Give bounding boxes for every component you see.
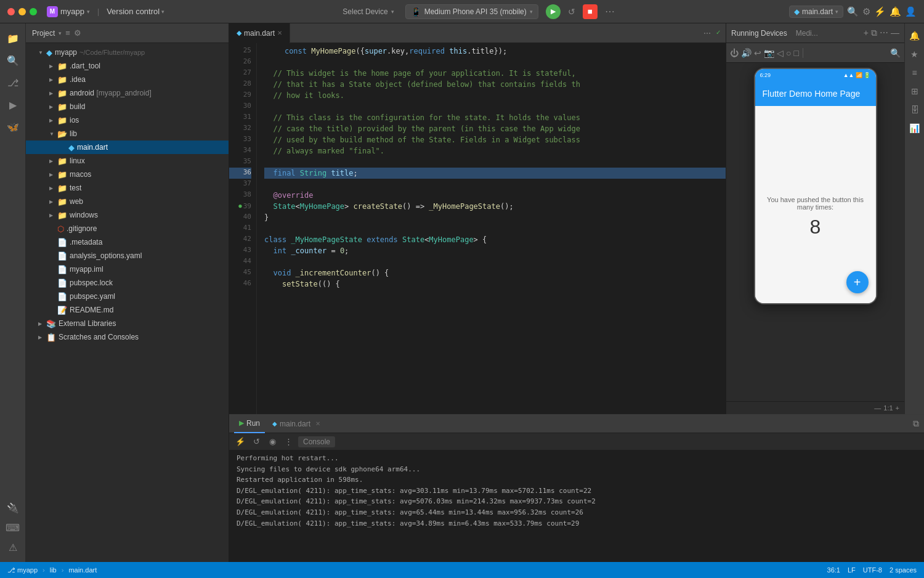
device-selector-button[interactable]: 📱 Medium Phone API 35 (mobile) ▾	[405, 4, 538, 19]
more-actions-btn[interactable]: ⋮	[282, 436, 294, 448]
status-encoding[interactable]: UTF-8	[863, 566, 882, 574]
main-dart-tab-label: main.dart	[280, 420, 310, 428]
tree-item-idea[interactable]: ▶ 📁 .idea	[26, 73, 229, 86]
macos-folder-icon: 📁	[57, 170, 67, 179]
status-position[interactable]: 36:1	[827, 566, 840, 574]
more-icon[interactable]: ⋯	[605, 6, 615, 17]
tree-item-root[interactable]: ▼ ◆ myapp ~/Code/Flutter/myapp	[26, 46, 229, 59]
scale-zoom-in-icon[interactable]: +	[896, 404, 899, 412]
bell-icon[interactable]: 🔔	[890, 6, 901, 17]
stop-button[interactable]: ■	[583, 4, 598, 19]
flutter-outline-btn[interactable]: ◉	[266, 436, 278, 448]
right-panel-more-icon[interactable]: ⋯	[880, 28, 888, 38]
tree-item-metadata[interactable]: 📄 .metadata	[26, 235, 229, 249]
hierarchy-icon[interactable]: ⊞	[907, 84, 922, 99]
editor-tab-main-dart[interactable]: ◆ main.dart ✕	[229, 23, 290, 43]
tree-item-ios[interactable]: ▶ 📁 ios	[26, 113, 229, 127]
tree-item-windows[interactable]: ▶ 📁 windows	[26, 208, 229, 222]
right-panel-minimize-icon[interactable]: —	[891, 28, 899, 38]
add-device-icon[interactable]: +	[864, 28, 869, 38]
settings-icon[interactable]: ⚙	[862, 6, 870, 17]
tree-item-gitignore[interactable]: ⬡ .gitignore	[26, 222, 229, 235]
status-indent[interactable]: 2 spaces	[890, 566, 917, 574]
sidebar-icon-problems[interactable]: ⚠	[3, 537, 23, 557]
build-arrow-icon: ▶	[49, 104, 55, 110]
tree-item-scratches[interactable]: ▶ 📋 Scratches and Consoles	[26, 330, 229, 344]
tree-item-build[interactable]: ▶ 📁 build	[26, 100, 229, 113]
tree-item-analysis[interactable]: 📄 analysis_options.yaml	[26, 249, 229, 263]
minimize-button[interactable]	[18, 8, 26, 15]
root-dart-icon: ◆	[46, 48, 52, 57]
sidebar-icon-files[interactable]: 📁	[3, 28, 23, 48]
panel-collapse-icon[interactable]: ≡	[65, 28, 70, 38]
power-icon[interactable]: ⏻	[730, 48, 739, 58]
panel-gear-icon[interactable]: ⚙	[74, 28, 81, 38]
phone-time: 6:29	[760, 72, 771, 78]
status-breadcrumb-lib[interactable]: lib	[50, 566, 57, 574]
main-dart-tab[interactable]: ◆ main.dart ✕	[267, 415, 325, 433]
status-line-ending[interactable]: LF	[848, 566, 856, 574]
refresh-icon[interactable]: ↺	[568, 7, 575, 17]
app-name[interactable]: M myapp ▾	[47, 6, 90, 17]
phone-fab-button[interactable]: +	[846, 271, 869, 293]
zoom-in-icon[interactable]: 🔍	[890, 48, 901, 58]
tree-item-myapp-iml[interactable]: 📄 myapp.iml	[26, 263, 229, 276]
tree-item-linux[interactable]: ▶ 📁 linux	[26, 154, 229, 168]
rotate-icon[interactable]: ↩	[754, 48, 761, 58]
sidebar-icon-run[interactable]: ▶	[3, 95, 23, 115]
scale-zoom-out-icon[interactable]: —	[874, 404, 881, 412]
split-view-icon[interactable]: ⧉	[871, 28, 877, 38]
tree-item-web[interactable]: ▶ 📁 web	[26, 195, 229, 208]
sidebar-icon-search[interactable]: 🔍	[3, 51, 23, 70]
search-icon[interactable]: 🔍	[847, 6, 859, 17]
bottom-expand-icon[interactable]: ⧉	[913, 418, 919, 429]
tree-item-readme[interactable]: 📝 README.md	[26, 303, 229, 317]
tab-close-icon[interactable]: ✕	[277, 30, 282, 36]
sidebar-icon-vcs[interactable]: ⎇	[3, 73, 23, 92]
back-icon[interactable]: ◁	[777, 48, 784, 58]
web-label: web	[70, 197, 83, 206]
volume-icon[interactable]: 🔊	[741, 48, 752, 58]
running-devices-tab2[interactable]: Medi...	[796, 29, 818, 38]
recent-icon[interactable]: □	[793, 48, 798, 58]
tree-item-android[interactable]: ▶ 📁 android [myapp_android]	[26, 86, 229, 100]
lightning-icon[interactable]: ⚡	[874, 6, 886, 17]
ios-label: ios	[70, 116, 79, 124]
tree-item-lib[interactable]: ▼ 📂 lib	[26, 127, 229, 140]
tree-item-main-dart[interactable]: ◆ main.dart	[26, 140, 229, 154]
status-breadcrumb-file[interactable]: main.dart	[68, 566, 97, 574]
sidebar-icon-flutter[interactable]: 🦋	[3, 117, 23, 137]
screenshot-icon[interactable]: 📷	[764, 48, 774, 58]
status-branch[interactable]: ⎇ myapp	[7, 566, 38, 574]
sidebar-icon-plugins[interactable]: 🔌	[3, 498, 23, 518]
avatar-icon[interactable]: 👤	[905, 6, 917, 17]
maximize-button[interactable]	[30, 8, 37, 15]
database-icon[interactable]: 🗄	[907, 102, 922, 117]
tree-item-pubspec-yaml[interactable]: 📄 pubspec.yaml	[26, 290, 229, 303]
structure-icon[interactable]: ≡	[907, 65, 922, 80]
tree-item-external-libraries[interactable]: ▶ 📚 External Libraries	[26, 317, 229, 330]
console-label[interactable]: Console	[298, 436, 335, 447]
hot-restart-btn[interactable]: ↺	[250, 436, 262, 448]
select-device-button[interactable]: Select Device ▾	[339, 6, 397, 17]
run-button[interactable]: ▶	[546, 4, 561, 19]
android-profiler-icon[interactable]: 📊	[907, 121, 922, 136]
run-tab[interactable]: ▶ Run	[234, 415, 265, 433]
bookmark-icon[interactable]: ★	[907, 47, 922, 62]
hot-reload-btn[interactable]: ⚡	[234, 436, 246, 448]
home-icon[interactable]: ○	[786, 48, 791, 58]
version-control[interactable]: Version control ▾	[107, 7, 164, 16]
tree-item-pubspec-lock[interactable]: 📄 pubspec.lock	[26, 276, 229, 290]
tree-item-macos[interactable]: ▶ 📁 macos	[26, 168, 229, 181]
close-button[interactable]	[7, 8, 15, 15]
phone-status-bar: 6:29 ▲▲ 📶 🔋	[755, 69, 876, 81]
editor-actions-more-icon[interactable]: ⋯	[703, 29, 711, 38]
sidebar-icon-terminal[interactable]: ⌨	[3, 518, 23, 537]
tree-item-dart-tool[interactable]: ▶ 📁 .dart_tool	[26, 59, 229, 73]
notifications-icon[interactable]: 🔔	[907, 28, 922, 43]
tree-item-test[interactable]: ▶ 📁 test	[26, 181, 229, 195]
scratches-arrow-icon: ▶	[38, 335, 44, 340]
main-dart-tab-close[interactable]: ✕	[315, 420, 320, 427]
pubspec-yaml-icon: 📄	[57, 292, 67, 301]
main-file-button[interactable]: ◆ main.dart ▾	[789, 6, 843, 18]
